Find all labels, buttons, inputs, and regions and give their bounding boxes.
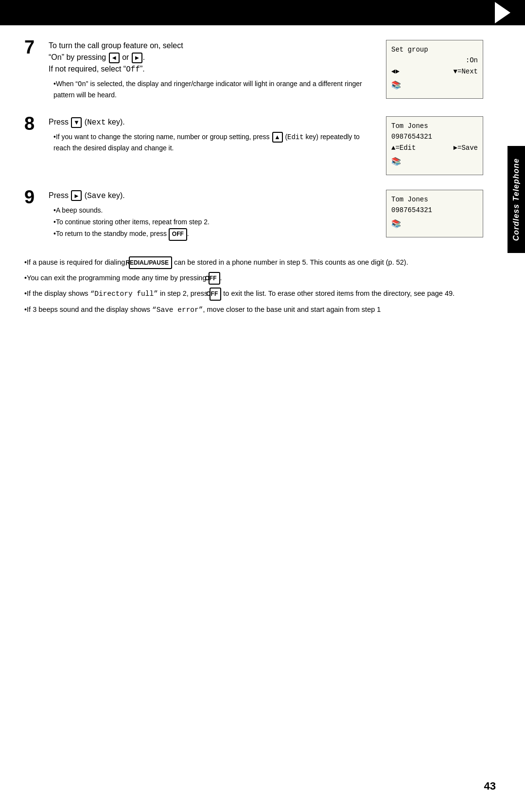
step-8-main-text: Press ▼ (Next key). <box>49 116 376 128</box>
step-7-main-text: To turn the call group feature on, selec… <box>49 40 376 75</box>
up-nav-icon: ▲ <box>272 132 283 143</box>
section-tab-label: Cordless Telephone <box>512 158 521 241</box>
step-8-row: 8 Press ▼ (Next key). •If you want to ch… <box>24 116 483 175</box>
redial-pause-key-icon: REDIAL/PAUSE <box>129 256 172 269</box>
step-7-content: To turn the call group feature on, selec… <box>49 40 386 102</box>
step-7-row: 7 To turn the call group feature on, sel… <box>24 40 483 102</box>
right-nav-icon: ► <box>132 53 142 63</box>
off-key-icon: OFF <box>169 228 187 240</box>
note-2: •You can exit the programming mode any t… <box>24 272 483 285</box>
step-7-bullet: •When “On” is selected, the display and … <box>53 78 376 101</box>
lcd-9-book-icon: 📚 <box>391 218 478 231</box>
step-9-main-text: Press ► (Save key). <box>49 190 376 202</box>
note-4: •If 3 beeps sound and the display shows … <box>24 304 483 316</box>
lcd-9-line2: 0987654321 <box>391 205 478 216</box>
step-9-row: 9 Press ► (Save key). •A beep sounds. •T… <box>24 190 483 242</box>
right-nav-icon-2: ► <box>71 190 82 201</box>
lcd-7-line2: :On <box>391 55 478 66</box>
main-content: 7 To turn the call group feature on, sel… <box>0 25 508 348</box>
lcd-8-line1: Tom Jones <box>391 121 478 131</box>
section-tab: Cordless Telephone <box>508 146 525 253</box>
step-8-bullet: •If you want to change the storing name,… <box>53 131 376 154</box>
page-number: 43 <box>484 780 496 793</box>
step-8-content: Press ▼ (Next key). •If you want to chan… <box>49 116 386 155</box>
note-1: •If a pause is required for dialing, RED… <box>24 256 483 269</box>
step-7-number: 7 <box>24 38 49 56</box>
next-arrow-icon <box>495 2 510 23</box>
step-9-content: Press ► (Save key). •A beep sounds. •To … <box>49 190 386 242</box>
off-key-icon-2: OFF <box>209 272 220 285</box>
top-banner <box>0 0 525 25</box>
lcd-9-line1: Tom Jones <box>391 194 478 205</box>
note-3: •If the display shows “Directory full” i… <box>24 288 483 300</box>
off-key-icon-3: OFF <box>210 288 221 300</box>
step-9-lcd: Tom Jones 0987654321 📚 <box>386 190 483 237</box>
bottom-notes: •If a pause is required for dialing, RED… <box>24 256 483 316</box>
step-9-bullets: •A beep sounds. •To continue storing oth… <box>53 205 376 241</box>
step-8-lcd: Tom Jones 0987654321 ▲=Edit ►=Save 📚 <box>386 116 483 175</box>
step-7-lcd: Set group :On ◄► ▼=Next 📚 <box>386 40 483 99</box>
left-nav-icon: ◄ <box>109 53 120 63</box>
step-8-number: 8 <box>24 114 49 133</box>
lcd-8-line2: 0987654321 <box>391 131 478 142</box>
lcd-8-line3: ▲=Edit ►=Save <box>391 143 478 153</box>
step-9-number: 9 <box>24 188 49 206</box>
lcd-7-line1: Set group <box>391 44 478 55</box>
lcd-7-book-icon: 📚 <box>391 80 478 92</box>
lcd-8-book-icon: 📚 <box>391 156 478 169</box>
lcd-7-line3: ◄► ▼=Next <box>391 66 478 77</box>
down-nav-icon: ▼ <box>71 117 82 128</box>
